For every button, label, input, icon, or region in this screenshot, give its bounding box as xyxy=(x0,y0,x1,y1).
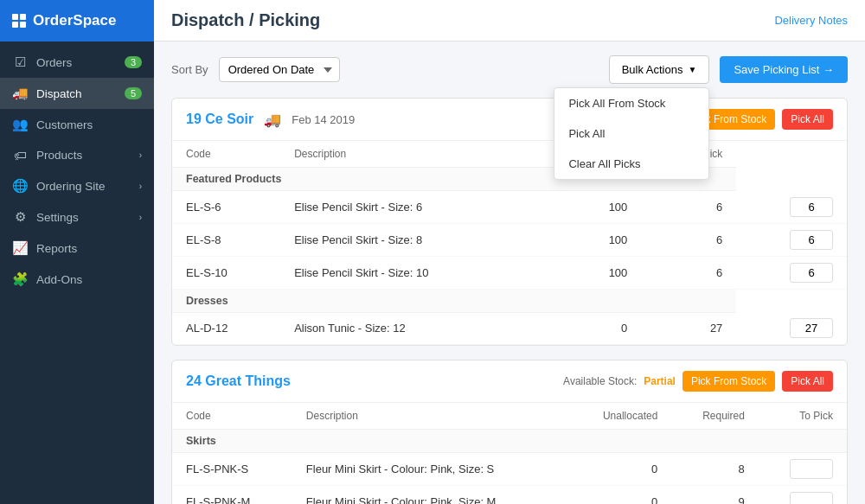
to-pick-input[interactable] xyxy=(790,197,833,217)
reports-icon: 📈 xyxy=(12,240,28,256)
toolbar: Sort By Ordered On Date Bulk Actions ▼ P… xyxy=(171,55,848,84)
product-description: Elise Pencil Skirt - Size: 6 xyxy=(280,191,533,224)
table-row: AL-D-12Alison Tunic - Size: 12027 xyxy=(172,312,847,345)
customer-section-19-ce-soir: 19 Ce Soir 🚚 Feb 14 2019 Pick From Stock… xyxy=(171,98,848,346)
to-pick-cell xyxy=(736,312,847,345)
sidebar-item-label: Add-Ons xyxy=(36,273,82,286)
stock-value: 0 xyxy=(533,312,642,345)
save-picking-list-button[interactable]: Save Picking List → xyxy=(720,56,848,83)
table-row: FL-S-PNK-MFleur Mini Skirt - Colour: Pin… xyxy=(172,486,847,505)
product-code: EL-S-6 xyxy=(172,191,280,224)
stock-value: 100 xyxy=(533,256,642,289)
to-pick-cell xyxy=(759,453,847,486)
sidebar-nav: ☑ Orders 3 🚚 Dispatch 5 👥 Customers 🏷 Pr… xyxy=(0,41,154,504)
chevron-icon: › xyxy=(139,150,142,160)
to-pick-cell xyxy=(759,486,847,505)
sidebar-item-add-ons[interactable]: 🧩 Add-Ons xyxy=(0,264,154,295)
sidebar-item-dispatch[interactable]: 🚚 Dispatch 5 xyxy=(0,78,154,109)
bulk-actions-wrapper: Bulk Actions ▼ Pick All From StockPick A… xyxy=(609,55,710,84)
pick-from-stock-button[interactable]: Pick From Stock xyxy=(682,371,775,392)
sort-select[interactable]: Ordered On Date xyxy=(219,57,340,82)
pick-table: CodeDescriptionRequiredTo PickFeatured P… xyxy=(172,141,847,345)
table-row: EL-S-8Elise Pencil Skirt - Size: 81006 xyxy=(172,223,847,256)
category-row: Featured Products xyxy=(172,168,847,191)
required-qty: 27 xyxy=(641,312,736,345)
ordering-site-icon: 🌐 xyxy=(12,178,28,194)
category-row: Dresses xyxy=(172,289,847,312)
bulk-actions-dropdown: Pick All From StockPick AllClear All Pic… xyxy=(554,87,709,180)
sidebar-item-ordering-site[interactable]: 🌐 Ordering Site › xyxy=(0,170,154,201)
pick-all-button[interactable]: Pick All xyxy=(782,371,833,392)
sidebar-item-products[interactable]: 🏷 Products › xyxy=(0,140,154,170)
chevron-icon: › xyxy=(139,182,142,191)
sidebar-item-label: Products xyxy=(36,149,82,162)
sidebar-item-label: Orders xyxy=(36,56,72,69)
sort-label: Sort By xyxy=(171,63,208,76)
sidebar-item-label: Ordering Site xyxy=(36,180,106,193)
bulk-actions-button[interactable]: Bulk Actions ▼ xyxy=(609,55,710,84)
to-pick-cell xyxy=(736,223,847,256)
sidebar-item-reports[interactable]: 📈 Reports xyxy=(0,233,154,264)
content-area: Sort By Ordered On Date Bulk Actions ▼ P… xyxy=(154,41,865,504)
products-icon: 🏷 xyxy=(12,148,28,163)
sidebar-item-label: Settings xyxy=(36,211,79,224)
col-header-required: Required xyxy=(671,403,759,430)
dropdown-item-pick-all-from-stock[interactable]: Pick All From Stock xyxy=(554,88,708,118)
to-pick-cell xyxy=(736,256,847,289)
sidebar-item-label: Customers xyxy=(36,118,93,131)
badge-dispatch: 5 xyxy=(125,87,142,99)
to-pick-cell xyxy=(736,191,847,224)
product-description: Elise Pencil Skirt - Size: 8 xyxy=(280,223,533,256)
stock-value: 100 xyxy=(533,191,642,224)
chevron-icon: › xyxy=(139,213,142,222)
to-pick-input[interactable] xyxy=(790,318,833,338)
col-header-description: Description xyxy=(280,141,533,168)
product-description: Alison Tunic - Size: 12 xyxy=(280,312,533,345)
col-header-to-pick: To Pick xyxy=(759,403,847,430)
stock-value: 100 xyxy=(533,223,642,256)
chevron-down-icon: ▼ xyxy=(688,65,696,74)
customer-name: 24 Great Things xyxy=(186,373,291,389)
required-qty: 6 xyxy=(641,256,736,289)
table-row: EL-S-6Elise Pencil Skirt - Size: 61006 xyxy=(172,191,847,224)
badge-orders: 3 xyxy=(125,56,142,68)
col-header-code: Code xyxy=(172,403,292,430)
dropdown-item-clear-all-picks[interactable]: Clear All Picks xyxy=(554,149,708,179)
stock-label: Available Stock: xyxy=(563,375,637,387)
customers-icon: 👥 xyxy=(12,117,28,132)
logo-text: OrderSpace xyxy=(33,12,116,29)
sidebar-item-settings[interactable]: ⚙ Settings › xyxy=(0,201,154,233)
logo[interactable]: OrderSpace xyxy=(0,0,154,41)
product-description: Fleur Mini Skirt - Colour: Pink, Size: M xyxy=(292,486,569,505)
truck-icon: 🚚 xyxy=(264,112,281,128)
to-pick-input[interactable] xyxy=(790,459,833,479)
stock-value: Partial xyxy=(644,375,676,387)
stock-value: 0 xyxy=(569,486,672,505)
pick-all-button[interactable]: Pick All xyxy=(782,109,833,130)
customer-section-24-great-things: 24 Great Things Available Stock: Partial… xyxy=(171,360,848,504)
settings-icon: ⚙ xyxy=(12,209,28,225)
required-qty: 9 xyxy=(671,486,759,505)
to-pick-input[interactable] xyxy=(790,230,833,250)
dropdown-item-pick-all[interactable]: Pick All xyxy=(554,118,708,149)
sidebar-item-orders[interactable]: ☑ Orders 3 xyxy=(0,47,154,78)
sidebar-item-customers[interactable]: 👥 Customers xyxy=(0,109,154,140)
to-pick-input[interactable] xyxy=(790,492,833,504)
col-header-code: Code xyxy=(172,141,280,168)
product-code: EL-S-10 xyxy=(172,256,280,289)
dispatch-icon: 🚚 xyxy=(12,86,28,101)
table-row: EL-S-10Elise Pencil Skirt - Size: 101006 xyxy=(172,256,847,289)
required-qty: 8 xyxy=(671,453,759,486)
main-content: Dispatch / Picking Delivery Notes Sort B… xyxy=(154,0,865,504)
to-pick-input[interactable] xyxy=(790,263,833,283)
required-qty: 6 xyxy=(641,191,736,224)
add-ons-icon: 🧩 xyxy=(12,271,28,287)
delivery-notes-link[interactable]: Delivery Notes xyxy=(774,14,848,27)
sidebar-item-label: Dispatch xyxy=(36,87,82,100)
product-code: EL-S-8 xyxy=(172,223,280,256)
orders-icon: ☑ xyxy=(12,54,28,70)
category-row: Skirts xyxy=(172,430,847,453)
table-row: FL-S-PNK-SFleur Mini Skirt - Colour: Pin… xyxy=(172,453,847,486)
col-header-description: Description xyxy=(292,403,569,430)
product-code: FL-S-PNK-S xyxy=(172,453,292,486)
